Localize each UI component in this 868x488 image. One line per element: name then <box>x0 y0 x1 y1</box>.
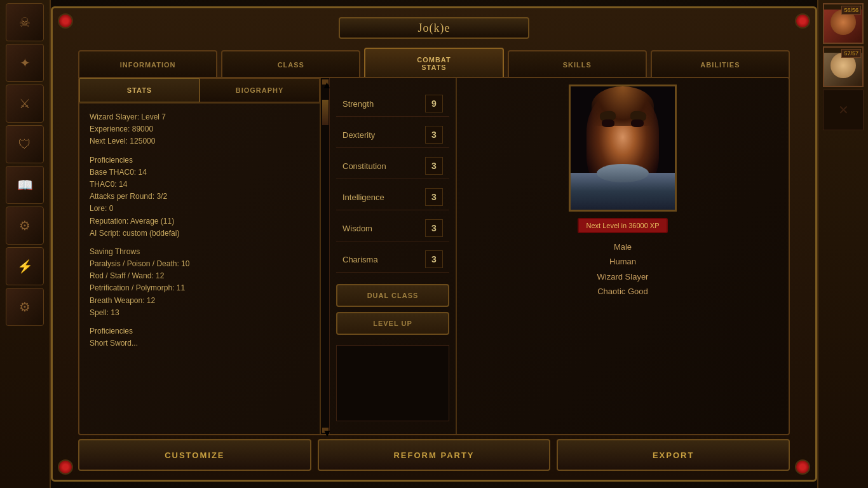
rod-staff-line: Rod / Staff / Wand: 12 <box>90 270 309 282</box>
sidebar-icon-skull[interactable]: ☠ <box>6 3 44 41</box>
party-portrait-1[interactable]: 56/56 <box>823 3 864 44</box>
stat-row-dexterity: Dexterity 3 <box>336 122 449 148</box>
reputation-line: Reputation: Average (11) <box>90 215 309 227</box>
xp-badge: Next Level in 36000 XP <box>578 218 668 233</box>
stat-row-strength: Strength 9 <box>336 91 449 117</box>
stat-row-constitution: Constitution 3 <box>336 153 449 179</box>
breath-weapon-line: Breath Weapon: 12 <box>90 295 309 307</box>
tab-skills[interactable]: SKILLS <box>508 50 647 78</box>
corner-gem-tr <box>795 13 810 29</box>
lore-line: Lore: 0 <box>90 203 309 215</box>
char-gender: Male <box>597 240 649 254</box>
saving-throws-header: Saving Throws <box>90 246 309 258</box>
stat-value-wisdom: 3 <box>425 219 443 237</box>
char-race: Human <box>597 254 649 269</box>
stat-value-charisma: 3 <box>425 250 443 268</box>
proficiencies-header: Proficiencies <box>90 154 309 166</box>
dual-class-button[interactable]: DUAL CLASS <box>336 284 449 307</box>
portrait-eye-l <box>602 119 614 127</box>
scroll-thumb[interactable] <box>322 100 329 125</box>
action-buttons: DUAL CLASS LEVEL UP <box>336 284 449 335</box>
next-level-line: Next Level: 125000 <box>90 135 309 147</box>
sidebar-icon-lightning[interactable]: ⚡ <box>6 247 44 285</box>
portrait-eye-r <box>631 119 644 127</box>
tab-class[interactable]: CLASS <box>221 50 360 78</box>
experience-line: Experience: 89000 <box>90 123 309 135</box>
attacks-line: Attacks per Round: 3/2 <box>90 191 309 203</box>
petrification-line: Petrification / Polymorph: 11 <box>90 282 309 294</box>
tab-information[interactable]: INFORMATION <box>78 50 217 78</box>
stat-label-intelligence: Intelligence <box>342 193 384 202</box>
right-content: Next Level in 36000 XP Male Human Wizard… <box>457 78 789 434</box>
short-sword-line: Short Sword... <box>90 337 309 349</box>
ai-script-line: AI Script: custom (bddefai) <box>90 227 309 240</box>
stat-value-strength: 9 <box>425 95 443 112</box>
customize-button[interactable]: CUSTOMIZE <box>78 439 311 471</box>
stat-value-intelligence: 3 <box>425 188 443 206</box>
thac0-line: THAC0: 14 <box>90 179 309 191</box>
scroll-down-arrow[interactable]: ▼ <box>322 428 329 433</box>
stat-row-intelligence: Intelligence 3 <box>336 184 449 210</box>
sidebar-icon-gear[interactable]: ⚙ <box>6 207 44 245</box>
export-button[interactable]: EXPORT <box>557 439 790 471</box>
spell-line: Spell: 13 <box>90 307 309 319</box>
character-info: Male Human Wizard Slayer Chaotic Good <box>597 240 649 299</box>
scroll-up-arrow[interactable]: ▲ <box>322 79 329 85</box>
stat-value-dexterity: 3 <box>425 126 443 144</box>
left-sidebar: ☠ ✦ ⚔ 🛡 📖 ⚙ ⚡ ⚙ <box>0 0 51 488</box>
sidebar-icon-settings[interactable]: ⚙ <box>6 288 44 326</box>
stat-label-charisma: Charisma <box>342 255 378 264</box>
proficiencies2-header: Proficiencies <box>90 325 309 337</box>
sub-tab-stats[interactable]: STATS <box>79 78 200 102</box>
attributes-panel: Strength 9 Dexterity 3 Constitution 3 In… <box>330 78 457 434</box>
content-area: STATS BIOGRAPHY Wizard Slayer: Level 7 E… <box>78 77 790 435</box>
sub-tab-bar: STATS BIOGRAPHY <box>79 78 320 104</box>
corner-gem-tl <box>58 13 73 29</box>
scrollbar[interactable]: ▲ ▼ <box>321 78 330 434</box>
portrait-art <box>571 86 675 210</box>
stat-label-dexterity: Dexterity <box>342 130 375 140</box>
sidebar-icon-star[interactable]: ✦ <box>6 44 44 82</box>
paralysis-line: Paralysis / Poison / Death: 10 <box>90 258 309 270</box>
empty-lower-box <box>336 345 449 421</box>
sub-tab-biography[interactable]: BIOGRAPHY <box>200 78 320 102</box>
character-name: Jo(k)e <box>418 22 451 35</box>
stat-row-charisma: Charisma 3 <box>336 247 449 273</box>
stat-value-constitution: 3 <box>425 157 443 175</box>
party-portrait-x[interactable]: ✕ <box>823 90 864 130</box>
char-alignment: Chaotic Good <box>597 284 649 299</box>
bottom-bar: CUSTOMIZE REFORM PARTY EXPORT <box>78 439 790 471</box>
corner-gem-bl <box>58 459 73 475</box>
stat-label-constitution: Constitution <box>342 161 386 171</box>
hp-badge-1: 56/56 <box>841 6 861 15</box>
party-portrait-2[interactable]: 57/57 <box>823 46 864 87</box>
base-thac0-line: Base THAC0: 14 <box>90 166 309 179</box>
right-sidebar: 56/56 57/57 ✕ <box>817 0 868 488</box>
reform-party-button[interactable]: REFORM PARTY <box>318 439 551 471</box>
tab-abilities[interactable]: ABILITIES <box>651 50 790 78</box>
stat-label-wisdom: Wisdom <box>342 224 372 233</box>
stat-row-wisdom: Wisdom 3 <box>336 215 449 241</box>
sidebar-icon-shield[interactable]: 🛡 <box>6 125 44 163</box>
sidebar-icon-sword[interactable]: ⚔ <box>6 85 44 123</box>
hp-badge-2: 57/57 <box>841 49 861 58</box>
tab-bar: INFORMATION CLASS COMBATSTATS SKILLS ABI… <box>78 46 790 78</box>
stats-text-content: Wizard Slayer: Level 7 Experience: 89000… <box>79 104 320 434</box>
left-content: STATS BIOGRAPHY Wizard Slayer: Level 7 E… <box>79 78 321 434</box>
stat-label-strength: Strength <box>342 99 374 109</box>
class-level-line: Wizard Slayer: Level 7 <box>90 111 309 123</box>
char-class: Wizard Slayer <box>597 269 649 284</box>
tab-combat-stats[interactable]: COMBATSTATS <box>364 48 503 78</box>
corner-gem-br <box>795 459 810 475</box>
character-portrait[interactable] <box>569 85 677 212</box>
level-up-button[interactable]: LEVEL UP <box>336 312 449 335</box>
title-bar: Jo(k)e <box>339 17 529 39</box>
sidebar-icon-book[interactable]: 📖 <box>6 166 44 204</box>
main-panel: Jo(k)e INFORMATION CLASS COMBATSTATS SKI… <box>51 6 817 482</box>
